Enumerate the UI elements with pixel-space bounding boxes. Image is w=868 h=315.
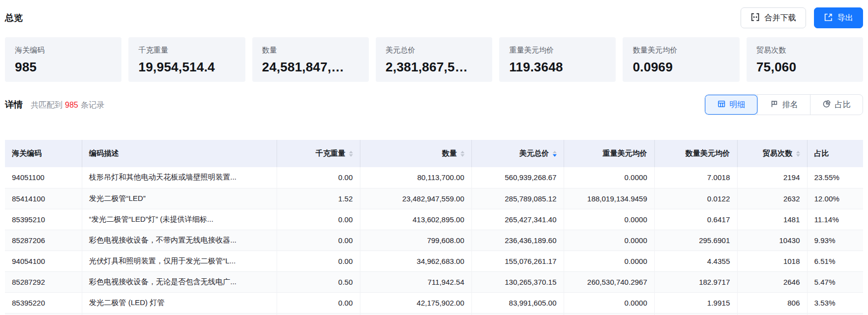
- cell-trade-count: 2646: [737, 271, 807, 292]
- tab-detail[interactable]: 明细: [705, 95, 757, 115]
- match-suffix: 条记录: [81, 101, 105, 109]
- cell-usd-per-qty: 0.0122: [654, 188, 737, 209]
- export-button[interactable]: 导出: [814, 7, 863, 28]
- cell-share: 6.51%: [807, 251, 863, 271]
- details-left: 详情 共匹配到985条记录: [5, 99, 105, 111]
- cell-hs-code: 85395220: [5, 292, 82, 313]
- tab-ranking[interactable]: 排名: [757, 95, 810, 115]
- cell-share: 3.53%: [807, 292, 863, 313]
- cell-share: 9.93%: [807, 230, 863, 251]
- cell-usd-per-kg: 0.0000: [564, 167, 654, 188]
- match-prefix: 共匹配到: [31, 101, 62, 109]
- cell-usd-per-qty: 0.6417: [654, 209, 737, 230]
- table-row[interactable]: 85395220 发光二极管 (LED) 灯管 0.00 42,175,902.…: [5, 292, 863, 313]
- column-header-quantity[interactable]: 数量: [360, 140, 471, 167]
- cell-hs-code: 94051100: [5, 167, 82, 188]
- card-value: 75,060: [756, 60, 853, 75]
- table-row[interactable]: 94054100 光伏灯具和照明装置，仅用于发光二极管“L... 0.00 34…: [5, 251, 863, 271]
- column-header-description: 编码描述: [82, 140, 277, 167]
- cell-usd-per-qty: 295.6901: [654, 230, 737, 251]
- cell-usd-total: 155,076,261.17: [471, 251, 564, 271]
- summary-card-usd-per-kg: 重量美元均价 119.3648: [499, 37, 616, 82]
- cell-hs-code: 85287206: [5, 230, 82, 251]
- card-value: 2,381,867,5…: [386, 60, 482, 75]
- detail-table: 海关编码 编码描述 千克重量 数量 美元总价 重量美元均价 数量美元均价 贸易次…: [5, 140, 863, 315]
- cell-kg-weight: 1.52: [277, 188, 360, 209]
- table-row[interactable]: 85287206 彩色电视接收设备，不带内置无线电接收器... 0.00 799…: [5, 230, 863, 251]
- cell-usd-total: 265,427,341.40: [471, 209, 564, 230]
- cell-description: 彩色电视接收设备，不带内置无线电接收器...: [82, 230, 277, 251]
- table-header-row: 海关编码 编码描述 千克重量 数量 美元总价 重量美元均价 数量美元均价 贸易次…: [5, 140, 863, 167]
- cell-kg-weight: 0.50: [277, 271, 360, 292]
- cell-trade-count: 1481: [737, 209, 807, 230]
- column-header-trade-count[interactable]: 贸易次数: [737, 140, 807, 167]
- match-count: 985: [62, 101, 81, 109]
- cell-hs-code: 85395210: [5, 209, 82, 230]
- cell-kg-weight: 0.00: [277, 230, 360, 251]
- cell-usd-total: 83,991,605.00: [471, 292, 564, 313]
- cell-kg-weight: 0.00: [277, 167, 360, 188]
- sort-icon-active-desc[interactable]: [553, 151, 557, 157]
- card-value: 0.0969: [633, 60, 729, 75]
- tab-ranking-label: 排名: [782, 100, 798, 110]
- sort-icon[interactable]: [349, 151, 353, 157]
- merge-download-icon: [751, 12, 760, 23]
- tab-share[interactable]: 占比: [810, 95, 863, 115]
- card-label: 千克重量: [138, 46, 235, 55]
- export-icon: [824, 13, 833, 23]
- summary-card-hs-code: 海关编码 985: [5, 37, 121, 82]
- summary-card-usd-total: 美元总价 2,381,867,5…: [376, 37, 492, 82]
- column-header-hs-code: 海关编码: [5, 140, 82, 167]
- table-row[interactable]: 85287292 彩色电视接收设备，无论是否包含无线电广... 0.50 711…: [5, 271, 863, 292]
- cell-hs-code: 94054100: [5, 251, 82, 271]
- table-row[interactable]: 94051100 枝形吊灯和其他电动天花板或墙壁照明装置... 0.00 80,…: [5, 167, 863, 188]
- details-bar: 详情 共匹配到985条记录 明细 排名: [5, 94, 863, 115]
- cell-description: “发光二极管“LED”灯” (未提供详细标...: [82, 209, 277, 230]
- cell-usd-per-kg: 0.0000: [564, 230, 654, 251]
- cell-quantity: 34,962,683.00: [360, 251, 471, 271]
- column-header-kg-weight[interactable]: 千克重量: [277, 140, 360, 167]
- cell-usd-per-qty: 1.9915: [654, 292, 737, 313]
- card-label: 贸易次数: [756, 46, 853, 55]
- cell-share: 23.55%: [807, 167, 863, 188]
- sort-icon[interactable]: [461, 151, 464, 157]
- cell-description: 发光二极管“LED”: [82, 188, 277, 209]
- cell-description: 枝形吊灯和其他电动天花板或墙壁照明装置...: [82, 167, 277, 188]
- sort-icon[interactable]: [796, 151, 800, 157]
- column-header-usd-total[interactable]: 美元总价: [471, 140, 564, 167]
- card-value: 19,954,514.4: [138, 60, 235, 75]
- export-label: 导出: [837, 14, 853, 22]
- card-value: 119.3648: [509, 60, 606, 75]
- cell-quantity: 799,608.00: [360, 230, 471, 251]
- topbar: 总览 合并下载 导出: [0, 0, 868, 29]
- summary-card-usd-per-qty: 数量美元均价 0.0969: [623, 37, 739, 82]
- cell-kg-weight: 0.00: [277, 292, 360, 313]
- cell-usd-per-kg: 188,019,134.9459: [564, 188, 654, 209]
- cell-usd-total: 285,789,085.12: [471, 188, 564, 209]
- table-icon: [717, 100, 726, 110]
- cell-hs-code: 85414100: [5, 188, 82, 209]
- cell-trade-count: 806: [737, 292, 807, 313]
- table-row[interactable]: 85414100 发光二极管“LED” 1.52 23,482,947,559.…: [5, 188, 863, 209]
- cell-trade-count: 10430: [737, 230, 807, 251]
- pie-icon: [822, 100, 831, 110]
- cell-kg-weight: 0.00: [277, 209, 360, 230]
- cell-quantity: 42,175,902.00: [360, 292, 471, 313]
- card-value: 24,581,847,…: [262, 60, 359, 75]
- table-row[interactable]: 85395210 “发光二极管“LED”灯” (未提供详细标... 0.00 4…: [5, 209, 863, 230]
- tab-share-label: 占比: [835, 100, 851, 110]
- cell-usd-per-kg: 260,530,740.2967: [564, 271, 654, 292]
- cell-quantity: 413,602,895.00: [360, 209, 471, 230]
- tab-detail-label: 明细: [730, 100, 746, 110]
- cell-trade-count: 1018: [737, 251, 807, 271]
- summary-card-kg-weight: 千克重量 19,954,514.4: [128, 37, 245, 82]
- cell-usd-total: 560,939,268.67: [471, 167, 564, 188]
- card-label: 海关编码: [15, 46, 112, 55]
- merge-download-button[interactable]: 合并下载: [741, 7, 806, 28]
- cell-usd-per-qty: 4.4355: [654, 251, 737, 271]
- cell-quantity: 80,113,700.00: [360, 167, 471, 188]
- cell-share: 5.47%: [807, 271, 863, 292]
- page-title: 总览: [5, 12, 23, 24]
- card-value: 985: [15, 60, 112, 75]
- merge-download-label: 合并下载: [764, 14, 796, 22]
